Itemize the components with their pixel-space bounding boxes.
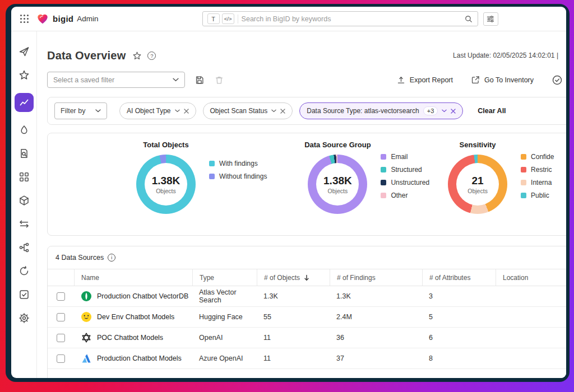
close-icon: [184, 109, 189, 114]
table-row[interactable]: Production Chatbot VectorDB Atlas Vector…: [48, 286, 566, 307]
row-checkbox[interactable]: [57, 313, 65, 321]
total-objects-chart: Total Objects 1.38K Objects With finding…: [132, 141, 267, 235]
transfer-icon[interactable]: [18, 218, 30, 230]
legend-swatch: [521, 180, 526, 185]
legend-swatch: [381, 193, 386, 198]
saved-filter-placeholder: Select a saved filter: [53, 76, 114, 84]
chevron-down-icon: [173, 78, 179, 82]
table-row[interactable]: POC Chatbot Models OpenAI 11 36 6: [48, 328, 566, 348]
donut-center-label: Objects: [156, 188, 176, 194]
sensitivity-chart: Sensitivity 21 Objects Confide Restric I…: [443, 141, 554, 235]
filter-panel: Filter by AI Object Type Object Scan Sta…: [47, 97, 566, 125]
legend: Confide Restric Interna Public: [521, 153, 554, 199]
data-sources-icon[interactable]: [18, 195, 30, 206]
row-checkbox[interactable]: [57, 354, 65, 363]
donut-center-value: 21: [472, 175, 484, 187]
legend-swatch: [381, 154, 386, 160]
discovery-icon[interactable]: [18, 148, 30, 159]
app-launcher-icon[interactable]: [20, 15, 29, 23]
table-summary: 4 Data Sources: [55, 254, 104, 262]
donut-center-value: 1.38K: [152, 175, 180, 187]
legend-swatch: [521, 167, 526, 172]
chart-title: Data Source Group: [304, 141, 371, 149]
charts-panel: Total Objects 1.38K Objects With finding…: [47, 133, 566, 236]
close-icon: [280, 109, 285, 114]
azure-openai-icon: [81, 353, 92, 364]
saved-filter-select[interactable]: Select a saved filter: [47, 72, 185, 88]
legend: With findings Without findings: [209, 160, 267, 180]
query-search-mode-button[interactable]: </>: [222, 13, 234, 24]
data-source-name[interactable]: POC Chatbot Models: [97, 334, 163, 342]
column-header-location: Location: [503, 274, 528, 282]
policy-check-icon[interactable]: [552, 74, 563, 86]
filter-by-dropdown[interactable]: Filter by: [54, 102, 107, 119]
text-search-mode-button[interactable]: T: [207, 13, 220, 24]
search-placeholder: Search in BigID by keywords: [242, 15, 464, 23]
delete-filter-icon[interactable]: [214, 75, 224, 85]
data-source-name[interactable]: Dev Env Chatbot Models: [97, 313, 174, 321]
chevron-down-icon: [95, 109, 101, 113]
search-icon[interactable]: [464, 15, 473, 24]
filter-chip-object-scan-status[interactable]: Object Scan Status: [203, 102, 293, 119]
settings-gear-icon[interactable]: [18, 312, 30, 324]
data-source-group-donut[interactable]: 1.38K Objects: [308, 155, 367, 214]
sort-desc-icon: [304, 274, 309, 281]
donut-center-label: Objects: [328, 188, 348, 194]
donut-center-label: Objects: [467, 188, 488, 194]
favorites-icon[interactable]: [18, 69, 30, 81]
clear-all-button[interactable]: Clear All: [478, 107, 506, 115]
legend: Email Structured Unstructured Other: [381, 153, 429, 199]
bigid-logo-icon: [36, 13, 49, 25]
save-filter-icon[interactable]: [195, 75, 205, 85]
brand-name: bigid: [53, 14, 73, 24]
favorite-star-icon[interactable]: [132, 51, 142, 60]
risk-icon[interactable]: [18, 124, 30, 136]
search-divider: [238, 15, 238, 24]
hugging-face-icon: [81, 311, 92, 323]
catalog-icon[interactable]: [18, 171, 30, 183]
getting-started-icon[interactable]: [18, 46, 30, 57]
row-checkbox[interactable]: [57, 292, 65, 301]
top-bar: bigid Admin T </> Search in BigID by key…: [11, 7, 566, 31]
tasks-icon[interactable]: [18, 289, 30, 300]
legend-swatch: [209, 174, 215, 179]
legend-swatch: [209, 161, 215, 166]
app-window: bigid Admin T </> Search in BigID by key…: [11, 7, 566, 378]
data-source-group-chart: Data Source Group 1.38K Objects Email St…: [303, 141, 429, 235]
brand-logo-group[interactable]: bigid Admin: [36, 13, 99, 25]
sensitivity-donut[interactable]: 21 Objects: [448, 155, 507, 214]
header-checkbox-cell: [48, 269, 74, 286]
sidebar: [11, 31, 37, 378]
legend-swatch: [521, 154, 526, 160]
row-checkbox[interactable]: [57, 334, 65, 342]
table-row[interactable]: Dev Env Chatbot Models Hugging Face 55 2…: [48, 307, 566, 328]
filter-chip-ai-object-type[interactable]: AI Object Type: [119, 102, 196, 119]
table-row[interactable]: Production Chatbot Models Azure OpenAI 1…: [48, 348, 566, 369]
sync-icon[interactable]: [18, 265, 30, 277]
column-header-attributes: # of Attributes: [429, 274, 470, 282]
export-icon: [396, 75, 406, 85]
total-objects-donut[interactable]: 1.38K Objects: [136, 155, 196, 214]
filter-chip-data-source-type[interactable]: Data Source Type: atlas-vectorsearch +3: [299, 102, 463, 119]
sidebar-item-data-overview-active[interactable]: [15, 93, 34, 112]
column-header-findings: # of Findings: [337, 274, 376, 282]
chevron-down-icon: [271, 109, 276, 113]
global-search-input[interactable]: T </> Search in BigID by keywords: [202, 11, 478, 26]
legend-swatch: [521, 193, 526, 198]
advanced-search-button[interactable]: [483, 12, 498, 26]
atlas-vector-search-icon: [81, 291, 92, 302]
more-filters-badge[interactable]: +3: [423, 106, 438, 115]
column-header-name: Name: [81, 274, 99, 282]
go-to-inventory-button[interactable]: Go To Inventory: [471, 75, 534, 85]
product-name: Admin: [77, 15, 98, 23]
help-icon[interactable]: ?: [147, 52, 156, 60]
last-update-text: Last Update: 02/05/2025 14:02:01 |: [453, 52, 558, 59]
chevron-down-icon: [175, 109, 180, 113]
export-report-button[interactable]: Export Report: [396, 75, 453, 85]
info-icon[interactable]: i: [108, 254, 115, 262]
chevron-down-icon: [442, 109, 447, 113]
data-source-name[interactable]: Production Chatbot VectorDB: [97, 292, 188, 300]
data-source-name[interactable]: Production Chatbot Models: [97, 354, 182, 362]
pipelines-icon[interactable]: [18, 242, 30, 253]
legend-swatch: [381, 180, 386, 185]
